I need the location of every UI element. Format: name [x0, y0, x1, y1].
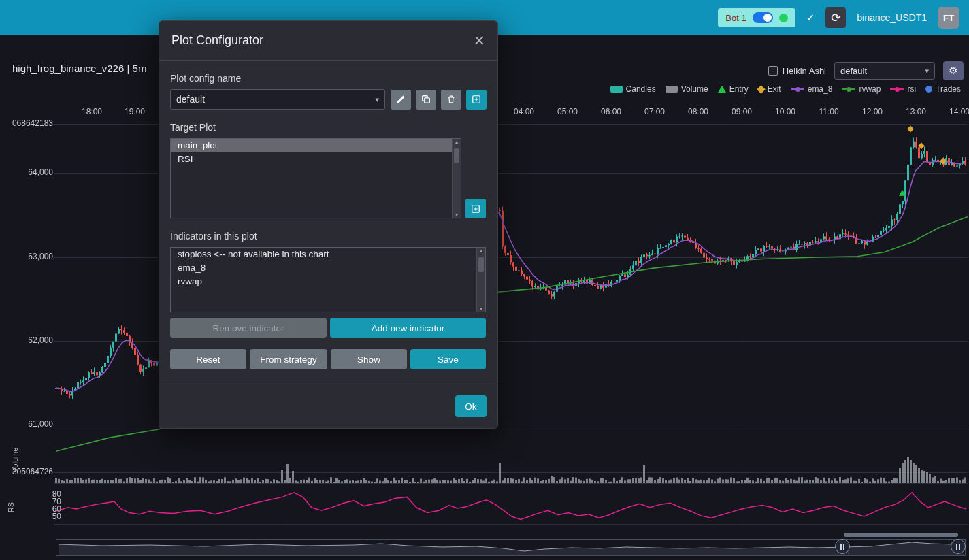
toggle-knob [763, 14, 772, 22]
check-icon: ✓ [806, 12, 815, 24]
scroll-up-icon[interactable]: ▴ [480, 248, 482, 254]
legend-marker-rect [666, 86, 678, 93]
scrollbar-thumb[interactable] [454, 148, 459, 163]
legend-item-trades[interactable]: Trades [925, 84, 961, 94]
remove-indicator-button[interactable]: Remove indicator [170, 318, 327, 338]
legend-marker-dot [847, 87, 851, 92]
indicators-in-plot-label: Indicators in this plot [170, 231, 487, 242]
app-root: Bot 1 ✓ ⟳ binance_USDT1 FT high_frog_bin… [0, 0, 969, 560]
add-square-icon [472, 95, 481, 104]
scroll-down-icon[interactable]: ▾ [480, 306, 482, 312]
bot-selector[interactable]: Bot 1 [718, 8, 795, 27]
plot-config-dropdown[interactable]: default ▾ [834, 62, 935, 80]
drag-handle-icon [840, 544, 844, 550]
add-square-icon [471, 204, 480, 214]
target-plot-label: Target Plot [170, 122, 487, 133]
indicator-items: stoploss <-- not available in this chart… [171, 248, 485, 289]
freqtrade-logo[interactable]: FT [938, 7, 959, 29]
scrollbar[interactable]: ▴ ▾ [452, 139, 461, 218]
config-row: default ▾ [170, 89, 487, 110]
legend-label: rsi [907, 84, 916, 94]
heikin-ashi-control[interactable]: Heikin Ashi [768, 66, 826, 76]
legend-label: Entry [729, 84, 749, 94]
delete-config-button[interactable] [441, 90, 461, 110]
plot-configurator-gear-button[interactable]: ⚙ [943, 61, 964, 80]
legend-item-entry[interactable]: Entry [718, 84, 749, 94]
from-strategy-button[interactable]: From strategy [250, 349, 327, 369]
indicator-item[interactable]: ema_8 [171, 261, 485, 275]
legend-marker-dot [795, 87, 800, 92]
datazoom-scrollbar[interactable] [844, 533, 958, 537]
indicators-listbox[interactable]: stoploss <-- not available in this chart… [170, 247, 486, 312]
ok-button[interactable]: Ok [455, 395, 487, 417]
datazoom-right-handle[interactable] [951, 539, 966, 554]
plot-config-select-value: default [176, 94, 205, 105]
target-plot-items: main_plotRSI [171, 139, 461, 166]
copy-icon [421, 95, 431, 104]
plot-config-name-label: Plot config name [170, 73, 487, 84]
target-plot-listbox[interactable]: main_plotRSI ▴ ▾ [170, 138, 461, 218]
legend-marker-diamond [757, 85, 766, 94]
duplicate-config-button[interactable] [416, 90, 436, 110]
chart-title: high_frog_binance_v226 | 5m [12, 63, 146, 74]
legend-marker-line [842, 88, 855, 90]
rsi-panel-label: RSI [7, 486, 15, 527]
modal-body: Plot config name default ▾ [159, 61, 497, 374]
target-plot-item[interactable]: main_plot [171, 139, 461, 152]
indicator-item[interactable]: rvwap [171, 275, 485, 289]
scrollbar[interactable]: ▴ ▾ [476, 248, 485, 312]
drag-handle-icon [956, 544, 960, 550]
bot-online-indicator [779, 14, 788, 22]
chart-legend: CandlesVolumeEntryExitema_8rvwaprsiTrade… [610, 84, 961, 94]
bot-pair-label[interactable]: binance_USDT1 [857, 12, 927, 23]
plot-config-select[interactable]: default ▾ [170, 89, 385, 110]
legend-label: Candles [626, 84, 656, 94]
indicator-item[interactable]: stoploss <-- not available in this chart [171, 248, 485, 261]
modal-footer: Ok [159, 384, 497, 428]
legend-label: rvwap [859, 84, 881, 94]
legend-marker-rect [610, 86, 623, 93]
legend-item-rsi[interactable]: rsi [890, 84, 916, 94]
plot-config-dropdown-value: default [840, 66, 867, 76]
scroll-up-icon[interactable]: ▴ [455, 139, 458, 145]
chevron-down-icon: ▾ [925, 67, 929, 76]
target-plot-row: main_plotRSI ▴ ▾ [170, 138, 487, 218]
legend-item-ema_8[interactable]: ema_8 [791, 84, 833, 94]
scroll-down-icon[interactable]: ▾ [455, 212, 458, 218]
legend-item-volume[interactable]: Volume [666, 84, 708, 94]
show-button[interactable]: Show [331, 349, 407, 369]
add-subplot-button[interactable] [465, 199, 486, 218]
refresh-icon: ⟳ [831, 11, 840, 25]
plot-configurator-modal: Plot Configurator ✕ Plot config name def… [159, 20, 498, 429]
pencil-icon [396, 95, 406, 104]
target-plot-item[interactable]: RSI [171, 152, 461, 166]
save-button[interactable]: Save [410, 349, 486, 369]
scrollbar-thumb[interactable] [478, 257, 484, 272]
legend-label: Volume [681, 84, 708, 94]
bot-name-label: Bot 1 [725, 13, 746, 23]
heikin-ashi-label: Heikin Ashi [783, 66, 826, 76]
bot-enable-toggle[interactable] [753, 12, 773, 23]
refresh-button[interactable]: ⟳ [825, 7, 846, 28]
add-new-indicator-button[interactable]: Add new indicator [330, 318, 486, 338]
reset-button[interactable]: Reset [170, 349, 246, 369]
legend-item-candles[interactable]: Candles [610, 84, 656, 94]
chart-controls: Heikin Ashi default ▾ ⚙ [768, 61, 964, 80]
legend-marker-line [791, 88, 804, 90]
heikin-ashi-checkbox[interactable] [768, 66, 778, 76]
datazoom-left-handle[interactable] [835, 539, 850, 554]
add-config-button[interactable] [466, 90, 487, 110]
config-buttons-row: Reset From strategy Show Save [170, 349, 487, 369]
trash-icon [446, 95, 456, 104]
rename-config-button[interactable] [391, 90, 411, 110]
legend-label: Exit [768, 84, 781, 94]
legend-marker-circle [925, 86, 932, 93]
indicator-buttons-row: Remove indicator Add new indicator [170, 318, 487, 338]
close-icon[interactable]: ✕ [473, 33, 485, 48]
legend-label: ema_8 [808, 84, 833, 94]
modal-title: Plot Configurator [171, 33, 263, 48]
legend-item-rvwap[interactable]: rvwap [842, 84, 881, 94]
legend-item-exit[interactable]: Exit [758, 84, 781, 94]
chevron-down-icon: ▾ [375, 95, 379, 104]
legend-label: Trades [936, 84, 961, 94]
